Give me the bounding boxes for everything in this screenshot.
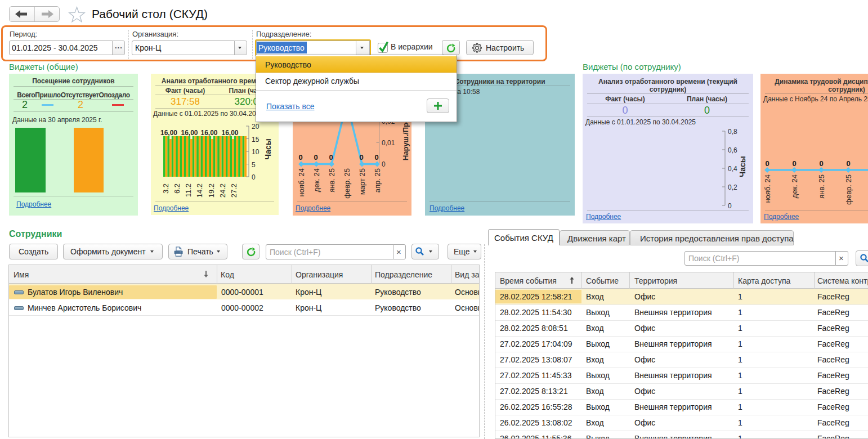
svg-text:0,4: 0,4 [728, 165, 737, 173]
svg-text:19.2: 19.2 [207, 183, 216, 198]
svg-text:11.2: 11.2 [184, 183, 193, 197]
svg-text:0: 0 [252, 173, 256, 181]
svg-text:14.2: 14.2 [195, 183, 204, 198]
svg-text:0: 0 [846, 159, 850, 168]
svg-text:0,01: 0,01 [382, 139, 395, 147]
svg-text:0: 0 [374, 153, 378, 162]
svg-text:Часы: Часы [263, 138, 272, 159]
svg-text:дек. 24: дек. 24 [312, 168, 321, 192]
svg-text:0,2: 0,2 [728, 183, 737, 191]
svg-text:февр. 25: февр. 25 [844, 174, 853, 205]
svg-text:янв. 25: янв. 25 [817, 174, 826, 199]
svg-text:Часы: Часы [738, 156, 747, 177]
svg-text:0: 0 [314, 153, 317, 162]
svg-text:март 25: март 25 [358, 168, 366, 195]
svg-text:0: 0 [792, 159, 796, 168]
svg-text:16,00: 16,00 [181, 129, 198, 137]
svg-text:0: 0 [728, 202, 732, 210]
svg-text:0: 0 [329, 153, 333, 162]
svg-text:20: 20 [252, 123, 259, 131]
svg-text:16,00: 16,00 [200, 129, 217, 137]
svg-text:0,6: 0,6 [728, 146, 737, 154]
svg-text:нояб. 24: нояб. 24 [297, 168, 306, 197]
svg-text:0: 0 [298, 153, 302, 162]
svg-text:0: 0 [819, 159, 823, 168]
svg-text:6.2: 6.2 [173, 183, 181, 194]
svg-text:3.2: 3.2 [162, 183, 170, 194]
svg-text:дек. 24: дек. 24 [790, 174, 799, 198]
svg-text:24.2: 24.2 [218, 183, 227, 198]
svg-text:янв. 25: янв. 25 [328, 168, 336, 192]
svg-text:16,00: 16,00 [221, 129, 238, 137]
svg-text:0: 0 [382, 160, 386, 168]
svg-text:10: 10 [252, 148, 259, 156]
svg-text:0: 0 [765, 159, 769, 168]
svg-text:15: 15 [252, 136, 259, 144]
svg-text:5: 5 [252, 161, 256, 169]
svg-text:16,00: 16,00 [160, 129, 177, 137]
svg-text:0,8: 0,8 [728, 128, 737, 136]
svg-text:0: 0 [359, 153, 363, 162]
svg-text:апр. 25: апр. 25 [373, 168, 382, 192]
svg-text:нояб. 24: нояб. 24 [763, 174, 772, 203]
svg-text:февр. 25: февр. 25 [343, 168, 351, 199]
svg-text:27.2: 27.2 [230, 183, 238, 198]
